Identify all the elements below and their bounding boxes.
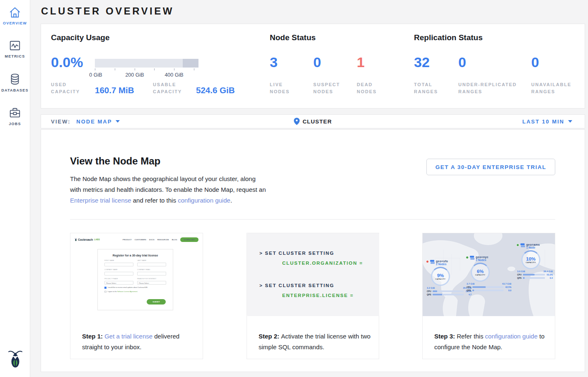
replication-status-title: Replication Status <box>414 33 483 42</box>
step2-caption: Step 2: Activate the trial license with … <box>259 331 371 353</box>
live-nodes-count: 3 <box>270 54 278 70</box>
used-capacity-label: USED CAPACITY <box>51 81 87 95</box>
live-node-status-dot <box>466 256 469 259</box>
capacity-bar <box>95 59 198 68</box>
sidebar-item-label: METRICS <box>0 54 30 58</box>
under-replicated-ranges-count: 0 <box>458 54 466 70</box>
total-ranges-count: 32 <box>414 54 430 70</box>
usable-capacity-label: USABLE CAPACITY <box>153 81 189 95</box>
get-trial-license-link[interactable]: Get a trial license <box>104 333 152 340</box>
node-stack-icon <box>470 256 474 260</box>
sidebar-item-overview[interactable]: OVERVIEW <box>0 7 30 25</box>
mini-submit-button: SUBMIT <box>147 299 166 304</box>
time-range-value: LAST 10 MIN <box>523 118 564 125</box>
capacity-used-percent: 0.0% <box>51 54 83 70</box>
cockroach-bug-icon <box>8 349 23 369</box>
mini-download-button: DOWNLOAD <box>180 237 198 242</box>
capacity-axis-tick: 400 GiB <box>162 72 186 78</box>
node-stack-icon <box>430 260 435 264</box>
sql-commands-block: > SET CLUSTER SETTING CLUSTER.ORGANIZATI… <box>247 233 379 316</box>
suspect-nodes-count: 0 <box>313 54 321 70</box>
description-text: The Node Map shows the geographical layo… <box>70 175 266 193</box>
capacity-donut: 10% CAPACITY <box>521 250 540 269</box>
capacity-bar-reserved-segment <box>183 59 198 68</box>
view-bar: VIEW: NODE MAP CLUSTER LAST 10 MIN <box>41 114 585 128</box>
view-selector[interactable]: VIEW: NODE MAP <box>51 115 120 128</box>
time-range-dropdown[interactable]: LAST 10 MIN <box>523 115 572 128</box>
view-label: VIEW: <box>51 118 70 125</box>
map-pin-icon <box>294 118 300 125</box>
scope-label: CLUSTER <box>302 118 332 125</box>
sidebar-item-jobs[interactable]: JOBS <box>0 106 30 126</box>
sidebar-item-label: JOBS <box>0 122 30 126</box>
enterprise-trial-license-link[interactable]: Enterprise trial license <box>70 197 131 204</box>
metrics-icon <box>9 40 21 51</box>
used-capacity-value: 160.7 MiB <box>95 85 134 95</box>
page-title: CLUSTER OVERVIEW <box>41 5 174 17</box>
unavailable-ranges-label: UNAVAILABLE RANGES <box>531 81 577 95</box>
get-enterprise-trial-button[interactable]: GET A 30-DAY ENTERPRISE TRIAL <box>426 159 555 175</box>
step1-caption: Step 1: Get a trial license delivered st… <box>82 331 195 353</box>
home-icon <box>9 7 21 18</box>
sidebar-item-metrics[interactable]: METRICS <box>0 40 30 58</box>
jobs-icon <box>9 106 21 119</box>
chevron-down-icon <box>116 120 120 123</box>
promo-heading: View the Node Map <box>70 155 160 167</box>
step2-card: > SET CLUSTER SETTING CLUSTER.ORGANIZATI… <box>247 233 379 359</box>
configuration-guide-link[interactable]: configuration guide <box>485 333 538 340</box>
node-status-title: Node Status <box>270 33 316 42</box>
unavailable-ranges-count: 0 <box>531 54 539 70</box>
step3-caption: Step 3: Refer this configuration guide t… <box>434 331 547 353</box>
node-map-preview: geo=sfo2 Nodes 9% CAPACITY 3.2 GiB351 Gi… <box>423 233 555 316</box>
sidebar-item-label: OVERVIEW <box>0 21 30 25</box>
databases-icon <box>9 73 21 85</box>
chevron-down-icon <box>568 120 572 123</box>
trial-registration-form: Register for a 30-day trial license FIRS… <box>97 249 173 310</box>
live-nodes-label: LIVE NODES <box>270 81 303 95</box>
capacity-axis-tick: 200 GiB <box>123 72 146 78</box>
sidebar-item-databases[interactable]: DATABASES <box>0 73 30 92</box>
cockroach-bug-icon <box>75 238 77 242</box>
dead-nodes-label: DEAD NODES <box>357 81 390 95</box>
sidebar-item-label: DATABASES <box>0 88 30 92</box>
total-ranges-label: TOTAL RANGES <box>414 81 447 95</box>
locality-widget-nyc: geo=nyc2 Nodes 6% CAPACITY 3.7 GiB43.7 G… <box>466 256 512 292</box>
mini-checkbox-checked <box>104 287 106 289</box>
capacity-axis-tick: 0 GiB <box>84 72 107 78</box>
dead-node-status-dot <box>426 260 429 263</box>
description-text: . <box>230 197 232 204</box>
cockroach-labs-wordmark: Cockroach LABS <box>75 238 100 242</box>
cockroachdb-logo <box>8 349 23 371</box>
configuration-guide-link[interactable]: configuration guide <box>178 197 230 204</box>
cluster-overview-page: OVERVIEW METRICS DATABASES JOBS <box>0 0 588 377</box>
step1-card: Cockroach LABS PRODUCT CUSTOMERS DOCS RE… <box>70 233 203 359</box>
step3-card: geo=sfo2 Nodes 9% CAPACITY 3.2 GiB351 Gi… <box>422 233 555 359</box>
node-map-description: The Node Map shows the geographical layo… <box>70 174 267 206</box>
description-text: and refer to this <box>131 197 178 204</box>
mini-nav: PRODUCT CUSTOMERS DOCS RESOURCES BLOG DO… <box>123 237 198 242</box>
section-divider <box>70 219 555 220</box>
dead-nodes-count: 1 <box>357 54 365 70</box>
sidebar: OVERVIEW METRICS DATABASES JOBS <box>0 0 30 377</box>
capacity-donut: 9% CAPACITY <box>431 267 450 286</box>
mini-checkbox-unchecked <box>104 291 106 293</box>
trial-registration-screenshot: Cockroach LABS PRODUCT CUSTOMERS DOCS RE… <box>70 233 203 322</box>
live-node-status-dot <box>516 244 519 247</box>
node-stack-icon <box>520 243 525 248</box>
node-map-promo-panel: View the Node Map The Node Map shows the… <box>41 129 585 372</box>
scope-breadcrumb[interactable]: CLUSTER <box>294 115 332 128</box>
capacity-usage-title: Capacity Usage <box>51 33 110 42</box>
usable-capacity-value: 524.6 GiB <box>196 85 235 95</box>
capacity-donut: 6% CAPACITY <box>471 263 490 282</box>
locality-widget-ams: geo=ams1 Node 10% CAPACITY 3.6 GiB36.4 G… <box>516 243 554 280</box>
view-dropdown[interactable]: NODE MAP <box>76 118 112 125</box>
summary-panel: Capacity Usage 0.0% 0 GiB 200 GiB 400 Gi… <box>41 24 585 109</box>
under-replicated-ranges-label: UNDER-REPLICATED RANGES <box>458 81 525 95</box>
suspect-nodes-label: SUSPECT NODES <box>313 81 346 95</box>
